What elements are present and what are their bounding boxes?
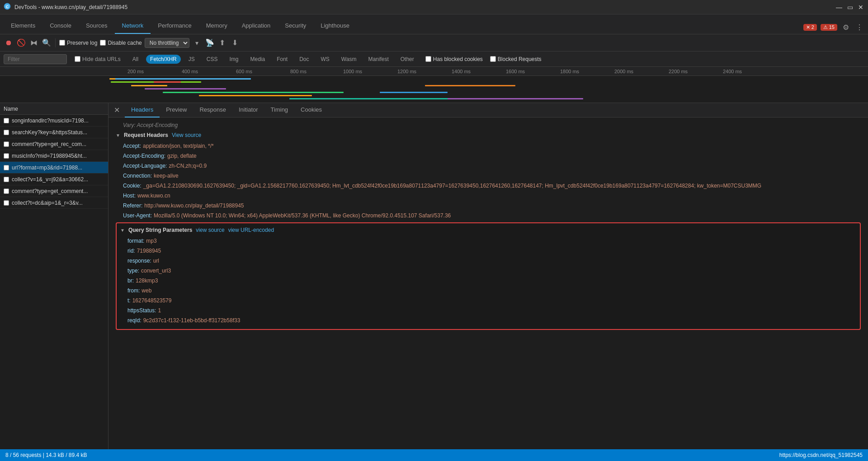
throttling-dropdown-button[interactable]: ▾ [192,38,202,48]
filter-font[interactable]: Font [273,55,292,64]
request-item-4[interactable]: url?format=mp3&rid=71988... [0,162,108,174]
request-item-5[interactable]: collect?v=1&_v=j92&a=30662... [0,174,108,185]
filter-input[interactable] [4,54,67,64]
disable-cache-checkbox[interactable]: Disable cache [100,40,142,46]
bar-7 [163,92,344,93]
window-controls: — ▭ ✕ [835,4,864,11]
throttling-select[interactable]: No throttling [145,38,189,48]
tab-lighthouse[interactable]: Lighthouse [313,18,357,34]
preserve-log-checkbox[interactable]: Preserve log [59,40,97,46]
filter-manifest[interactable]: Manifest [364,55,392,64]
header-cookie: Cookie: _ga=GA1.2.2108030690.1627639450;… [116,181,861,191]
query-param-response: response: url [120,256,856,266]
title-bar: C DevTools - www.kuwo.cn/play_detail/719… [0,0,868,14]
filter-js[interactable]: JS [184,55,199,64]
query-param-t: t: 1627648523579 [120,296,856,306]
timeline-bars [108,76,868,103]
view-source-link[interactable]: View source [172,132,201,138]
request-item-3[interactable]: musicInfo?mid=71988945&ht... [0,150,108,162]
vary-header-item: Vary: Accept-Encoding [116,121,861,129]
detail-tab-headers[interactable]: Headers [125,103,160,118]
clear-button[interactable]: 🚫 [16,38,26,48]
ruler-mark-400: 400 ms [163,69,217,74]
timeline-ruler: 200 ms 400 ms 600 ms 800 ms 1000 ms 1200… [0,67,868,76]
filter-other[interactable]: Other [396,55,418,64]
header-user-agent: User-Agent: Mozilla/5.0 (Windows NT 10.0… [116,211,861,221]
detail-tab-initiator[interactable]: Initiator [232,103,264,118]
filter-wasm[interactable]: Wasm [337,55,361,64]
ruler-mark-800: 800 ms [271,69,326,74]
tab-console[interactable]: Console [42,18,79,34]
toolbar-separator-1 [55,38,56,47]
bar-8 [199,95,312,96]
request-headers-section-header: ▼ Request Headers View source [116,129,861,141]
network-toolbar: ⏺ 🚫 ⧓ 🔍 Preserve log Disable cache No th… [0,34,868,52]
bar-4 [131,85,167,86]
filter-button[interactable]: ⧓ [29,38,39,48]
request-item-7[interactable]: collect?t=dc&aip=1&_r=3&v... [0,197,108,209]
filter-all[interactable]: All [128,55,142,64]
bar-3 [115,78,251,80]
header-connection: Connection: keep-alive [116,171,861,181]
filter-fetch-xhr[interactable]: Fetch/XHR [146,55,181,64]
query-param-format: format: mp3 [120,236,856,246]
import-button[interactable]: ⬆ [217,38,227,48]
network-conditions-button[interactable]: 📡 [205,38,215,48]
request-item-2[interactable]: comment?type=get_rec_com... [0,138,108,150]
request-list: Name songinfoandlrc?musicId=7198... sear… [0,103,108,449]
request-item-0[interactable]: songinfoandlrc?musicId=7198... [0,115,108,127]
header-accept-encoding: Accept-Encoding: gzip, deflate [116,151,861,161]
tab-performance[interactable]: Performance [151,18,198,34]
request-item-6[interactable]: comment?type=get_comment... [0,185,108,197]
bar-5 [145,88,226,89]
search-button[interactable]: 🔍 [42,38,52,48]
detail-tabs: ✕ Headers Preview Response Initiator Tim… [108,103,868,118]
filter-ws[interactable]: WS [317,55,334,64]
bar-10 [380,92,448,93]
request-list-header: Name [0,103,108,115]
query-string-toggle[interactable]: ▼ [120,228,125,233]
status-bar-url: https://blog.csdn.net/qq_51982545 [779,452,863,458]
filter-css[interactable]: CSS [203,55,222,64]
ruler-mark-2200: 2200 ms [651,69,705,74]
devtools-logo: C [4,3,11,11]
detail-tab-response[interactable]: Response [193,103,232,118]
query-param-reqid: reqId: 9c2d37c1-f132-11eb-b5bd-ff3172b58… [120,315,856,325]
detail-tab-cookies[interactable]: Cookies [294,103,328,118]
detail-close-button[interactable]: ✕ [112,106,121,115]
detail-tab-timing[interactable]: Timing [264,103,295,118]
request-headers-toggle[interactable]: ▼ [116,133,120,138]
filter-hide-data-urls[interactable]: Hide data URLs [71,55,125,64]
minimize-button[interactable]: — [835,4,843,11]
tab-elements[interactable]: Elements [4,18,42,34]
bar-6 [154,81,181,83]
record-button[interactable]: ⏺ [4,38,14,48]
close-button[interactable]: ✕ [857,4,864,11]
ruler-mark-200: 200 ms [108,69,163,74]
header-host: Host: www.kuwo.cn [116,191,861,201]
request-item-1[interactable]: searchKey?key=&httpsStatus... [0,127,108,138]
restore-button[interactable]: ▭ [846,4,854,11]
ruler-mark-1000: 1000 ms [326,69,380,74]
tab-sources[interactable]: Sources [79,18,115,34]
export-button[interactable]: ⬇ [230,38,240,48]
warning-count-badge: ⚠ 15 [821,24,837,31]
detail-tab-preview[interactable]: Preview [160,103,193,118]
tab-security[interactable]: Security [278,18,313,34]
tab-memory[interactable]: Memory [199,18,235,34]
query-view-url-encoded-link[interactable]: view URL-encoded [228,227,274,233]
filter-doc[interactable]: Doc [295,55,313,64]
filter-img[interactable]: Img [225,55,242,64]
header-accept-language: Accept-Language: zh-CN,zh;q=0.9 [116,161,861,171]
devtools-more-button[interactable]: ⋮ [854,22,864,32]
ruler-mark-2400: 2400 ms [705,69,760,74]
blocked-requests-checkbox[interactable]: Blocked Requests [490,56,542,62]
has-blocked-cookies-checkbox[interactable]: Has blocked cookies [425,56,483,62]
tab-application[interactable]: Application [235,18,278,34]
tab-network[interactable]: Network [115,18,151,34]
title-text: DevTools - www.kuwo.cn/play_detail/71988… [14,4,127,10]
filter-media[interactable]: Media [246,55,269,64]
devtools-settings-button[interactable]: ⚙ [841,22,851,32]
query-view-source-link[interactable]: view source [196,227,224,233]
error-icon: ✕ [806,24,810,30]
